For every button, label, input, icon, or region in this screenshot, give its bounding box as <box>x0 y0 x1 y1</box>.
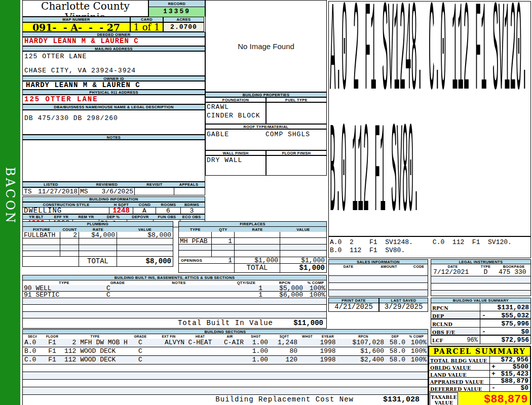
listed-initials: TS <box>24 188 32 194</box>
bs-comp-cell: 100% <box>405 339 428 347</box>
building-properties-header: BUILDING PROPERTIES <box>205 92 327 97</box>
fireplaces-empty-row <box>179 245 326 251</box>
funobs-header: FUN OBS <box>154 215 180 219</box>
sales-empty-row <box>329 290 428 296</box>
value-summary-header: BUILDING VALUE SUMMARY <box>431 298 531 303</box>
record-header: RECORD <box>148 0 205 7</box>
bs-extfin-col-header: EXT FIN <box>153 334 184 339</box>
sketch-stretched-line2: B.0 112 F1 SV80. <box>330 103 419 236</box>
built-ins-empty-row <box>23 312 326 318</box>
county-header-box: Charlotte County Virginia Commissioner o… <box>22 0 148 17</box>
built-ins-total-value: $11,000 <box>273 318 326 328</box>
sales-date-col-header: DATE <box>329 264 368 269</box>
value-summary-row: RPCN $131,028 <box>431 303 530 311</box>
print-date-header: PRINT DATE <box>328 298 379 303</box>
vs-value: $72,956 <box>501 336 529 344</box>
sales-code-col-header: CODE <box>410 264 428 269</box>
building-info-header: BUILDING INFORMATION <box>22 196 205 202</box>
bs-sqft-cell: 80 <box>268 347 300 355</box>
card-header: CARD <box>130 17 163 22</box>
replacement-cost-row: Building Replacement Cost New $131,028 <box>23 395 428 405</box>
bs-eyear-cell: 1998 <box>314 347 341 355</box>
vs-label: OBS F/E <box>431 328 480 335</box>
bs-type-col-header: TYPE <box>62 334 128 339</box>
value-summary-section: BUILDING VALUE SUMMARY RPCN $131,028 DEP… <box>431 298 531 344</box>
rate-cell: $4,000 <box>79 232 117 238</box>
count-cell: 2 <box>60 232 79 238</box>
mailing-address-line1: 125 OTTER LANE <box>23 52 205 60</box>
physical-address-header: PHYSICAL 911 ADDRESS <box>22 90 205 95</box>
plumbing-header: PLUMBING <box>22 221 173 227</box>
built-ins-empty-row <box>23 305 326 312</box>
sketch-notes-box: A.0 2 F1 SV1248. C.0 112 F1 SV120. B.0 1… <box>328 236 531 258</box>
sketch-note-line1: A.0 2 F1 SV1248. C.0 112 F1 SV120. <box>329 237 530 247</box>
effyr-header: EFF YR <box>50 215 73 219</box>
acres-header: ACRES <box>163 17 204 22</box>
bs-sec-cell: B.0 <box>23 347 42 355</box>
bs-extfin-cell <box>153 356 184 364</box>
wall-finish-header: WALL FINISH <box>205 150 266 155</box>
revisit-header: REVISIT <box>135 182 174 187</box>
bs-dep-col-header: DEP <box>385 334 405 339</box>
openings-label: OPENINGS <box>179 257 212 263</box>
openings-rate: $1,000 <box>235 257 280 263</box>
fixture-col-header: FIXTURE <box>23 227 60 232</box>
last-saved-header: LAST SAVED <box>379 298 428 303</box>
bs-whgt-cell <box>300 339 314 347</box>
listed-value: TS 11/27/2018 <box>23 188 79 195</box>
ps-label: TOTAL BLDG VALUE <box>429 356 490 363</box>
bs-air-cell <box>216 347 244 355</box>
side-strip: BACON <box>0 0 20 405</box>
legal-date-cell: 7/12/2021 <box>431 269 474 276</box>
mailing-address-header: MAILING ADDRESS <box>22 46 205 51</box>
foundation-line1: CRAWL <box>206 103 265 110</box>
property-record-card: BACON Charlotte County Virginia Commissi… <box>0 0 532 405</box>
vs-label: LCF <box>431 336 443 344</box>
bs-grade-cell: C <box>128 339 153 347</box>
owner-id-header: OWNER ID <box>22 76 205 81</box>
bi-qty-cell: 1 <box>228 292 264 298</box>
sales-empty-row <box>329 276 428 283</box>
foundation-header: FOUNDATION <box>205 97 266 102</box>
bi-type-col-header: TYPE <box>23 280 105 285</box>
plumbing-total-label: TOTAL <box>79 257 117 266</box>
building-sections-empty-row <box>23 387 428 395</box>
county-title: Charlotte County Virginia <box>23 1 148 17</box>
building-sections-empty-row <box>23 380 428 387</box>
parcel-summary-row: TOTAL BLDG VALUE $72,956 <box>429 356 530 363</box>
building-sections-row: A.0 F1 2 MFH DW MOB HOME C ALVYN C-HEAT … <box>23 339 428 347</box>
acres-value: 2.0700 <box>163 22 204 32</box>
bi-comp-cell: 100% <box>305 285 326 291</box>
bs-sec-cell: A.0 <box>23 339 42 347</box>
vs-label: DEP <box>431 311 480 318</box>
bdrms-header: BDRMS <box>181 202 203 207</box>
fp-type-cell: MH PFAB <box>179 238 212 244</box>
print-date-value: 4/21/2025 <box>328 303 379 312</box>
ps-value: $0 <box>520 385 528 391</box>
fp-rate-col-header: RATE <box>235 227 280 232</box>
bs-rpcn-cell: $107,028 <box>341 339 385 347</box>
value-summary-row: OBS F/E - $0 <box>431 328 530 336</box>
parcel-summary-row: DEFERRED VALUE - $0 <box>429 385 530 392</box>
plumbing-empty-row <box>23 245 173 251</box>
parcel-summary-section: PARCEL SUMMARY TOTAL BLDG VALUE $72,956 … <box>428 346 531 405</box>
ps-label: DEFERRED VALUE <box>429 385 490 391</box>
no-image-message: No Image Found <box>238 42 294 51</box>
map-number-value: 091- - A- - - 27 <box>22 22 130 32</box>
bs-shgt-col-header: SHGT <box>244 334 268 339</box>
built-ins-section: BUILDING BUILT INS, BASEMENTS, ATTICS & … <box>22 275 327 329</box>
bi-type-cell: 91 SEPTIC <box>23 292 105 298</box>
reviewed-header: REVIEWED <box>79 182 135 187</box>
legal-empty-row <box>431 291 530 296</box>
building-sections-empty-row <box>23 364 428 372</box>
fireplaces-header: FIREPLACES <box>178 221 327 227</box>
legal-empty-row <box>431 284 530 291</box>
dba-value: DB 475/330 DB 298/260 <box>23 110 205 122</box>
legal-type-col-header: TYPE <box>474 264 497 269</box>
bs-whgt-col-header: WHGT <box>300 334 314 339</box>
parcel-summary-row: APPRAISED VALUE $88,879 <box>429 378 530 385</box>
bs-sqft-col-header: SQFT <box>268 334 300 339</box>
taxable-value: $88,879 <box>459 392 530 405</box>
building-sections-header: BUILDING SECTIONS <box>22 329 428 334</box>
sketch-box: A.0 2 F1 SV1248. C.0 112 F1 SV120. B.0 1… <box>328 1 531 236</box>
